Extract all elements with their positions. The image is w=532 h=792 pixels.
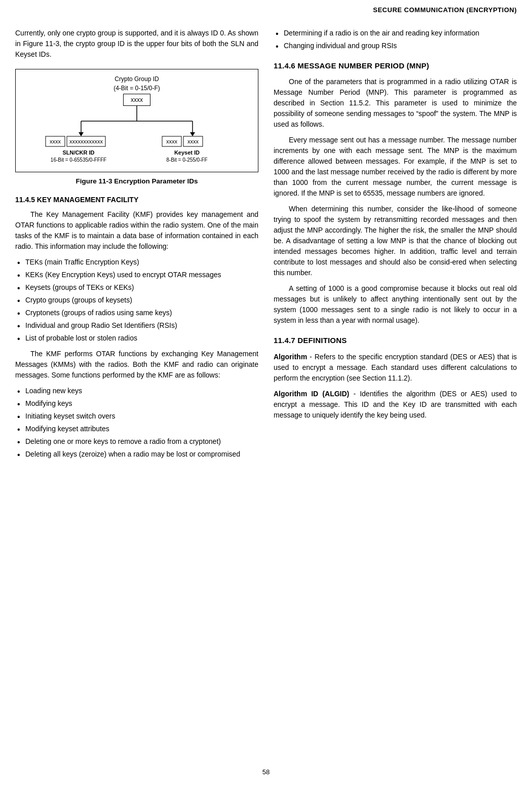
list-item: Keysets (groups of TEKs or KEKs) [15, 282, 258, 293]
list-item: Cryptonets (groups of radios using same … [15, 308, 258, 318]
algorithm-id-term: Algorithm ID (ALGID) [274, 390, 349, 398]
diagram-xxxx-top: xxxx [123, 94, 150, 106]
section-11-4-6-para2: Every message sent out has a message num… [274, 135, 517, 199]
left-column: Currently, only one crypto group is supp… [15, 28, 258, 465]
list-item: List of probable lost or stolen radios [15, 333, 258, 344]
intro-paragraph: Currently, only one crypto group is supp… [15, 28, 258, 60]
algorithm-id-definition: Algorithm ID (ALGID) - Identifies the al… [274, 389, 517, 421]
section-11-4-5-para2: The KMF performs OTAR functions by excha… [15, 349, 258, 381]
list-item: Deleting all keys (zeroize) when a radio… [15, 449, 258, 460]
section-11-4-5-para1: The Key Management Facility (KMF) provid… [15, 209, 258, 252]
svg-text:8-Bit = 0-255/0-FF: 8-Bit = 0-255/0-FF [166, 157, 207, 163]
list-item: Determining if a radio is on the air and… [274, 28, 517, 39]
svg-text:Keyset ID: Keyset ID [174, 149, 200, 156]
section-11-4-6-para1: One of the parameters that is programmed… [274, 77, 517, 130]
list-item: Individual and group Radio Set Identifie… [15, 320, 258, 331]
section-11-4-6-para4: A setting of 1000 is a good compromise b… [274, 283, 517, 326]
svg-text:xxxx: xxxx [166, 138, 178, 144]
bullet-list-2: Loading new keys Modifying keys Initiati… [15, 386, 258, 460]
section-11-4-6-heading: 11.4.6 MESSAGE NUMBER PERIOD (MNP) [274, 60, 517, 72]
list-item: Initiating keyset switch overs [15, 411, 258, 422]
algorithm-term: Algorithm [274, 353, 307, 361]
diagram-svg: xxxx xxxxxxxxxxxx xxxx xxxx SLN/CKR ID 1… [21, 106, 253, 167]
list-item: Loading new keys [15, 386, 258, 396]
svg-text:16-Bit = 0-65535/0-FFFF: 16-Bit = 0-65535/0-FFFF [51, 157, 106, 163]
bullet-list-top-right: Determining if a radio is on the air and… [274, 28, 517, 51]
algorithm-definition: Algorithm - Refers to the specific encry… [274, 352, 517, 384]
bullet-list-1: TEKs (main Traffic Encryption Keys) KEKs… [15, 257, 258, 344]
list-item: TEKs (main Traffic Encryption Keys) [15, 257, 258, 268]
header-title: SECURE COMMUNICATION (ENCRYPTION) [373, 6, 517, 14]
diagram-svg-element: xxxx xxxxxxxxxxxx xxxx xxxx SLN/CKR ID 1… [41, 106, 233, 167]
list-item: Deleting one or more keys to remove a ra… [15, 436, 258, 447]
diagram: Crypto Group ID (4-Bit = 0-15/0-F) xxxx [21, 74, 253, 167]
list-item: Modifying keyset attributes [15, 424, 258, 434]
section-11-4-7-heading: 11.4.7 DEFINITIONS [274, 335, 517, 347]
figure-container: Crypto Group ID (4-Bit = 0-15/0-F) xxxx [15, 69, 258, 172]
list-item: KEKs (Key Encryption Keys) used to encry… [15, 270, 258, 280]
list-item: Modifying keys [15, 398, 258, 409]
list-item: Changing individual and group RSIs [274, 41, 517, 51]
page-header: SECURE COMMUNICATION (ENCRYPTION) [0, 0, 532, 18]
list-item: Crypto groups (groups of keysets) [15, 295, 258, 306]
svg-text:xxxxxxxxxxxx: xxxxxxxxxxxx [69, 138, 103, 144]
right-column: Determining if a radio is on the air and… [274, 28, 517, 465]
diagram-top-label: Crypto Group ID (4-Bit = 0-15/0-F) [113, 74, 160, 93]
content-wrapper: Currently, only one crypto group is supp… [0, 18, 532, 465]
svg-marker-3 [79, 132, 84, 136]
page-number: 58 [0, 757, 532, 782]
svg-text:xxxx: xxxx [187, 138, 199, 144]
section-11-4-6-para3: When determining this number, consider t… [274, 204, 517, 278]
svg-text:xxxx: xxxx [50, 138, 61, 144]
svg-marker-5 [190, 132, 195, 136]
section-11-4-5-heading: 11.4.5 KEY MANAGEMENT FACILITY [15, 195, 258, 205]
figure-caption: Figure 11-3 Encryption Parameter IDs [15, 176, 258, 186]
page: SECURE COMMUNICATION (ENCRYPTION) Curren… [0, 0, 532, 792]
svg-text:SLN/CKR ID: SLN/CKR ID [63, 149, 95, 156]
